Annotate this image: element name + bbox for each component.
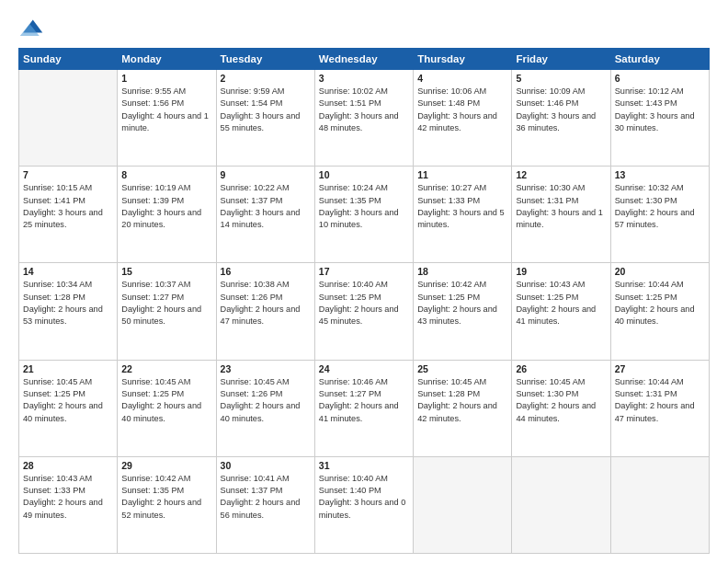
- calendar-cell: 11 Sunrise: 10:27 AM Sunset: 1:33 PM Day…: [414, 167, 512, 263]
- day-number: 5: [516, 73, 606, 84]
- sunset-label: Sunset: 1:46 PM: [516, 98, 578, 108]
- day-info: Sunrise: 10:43 AM Sunset: 1:25 PM Daylig…: [516, 279, 606, 327]
- sunrise-label: Sunrise: 10:43 AM: [23, 474, 92, 483]
- calendar-cell: 8 Sunrise: 10:19 AM Sunset: 1:39 PM Dayl…: [118, 167, 216, 263]
- sunset-label: Sunset: 1:37 PM: [221, 486, 283, 495]
- day-number: 27: [615, 363, 705, 374]
- weekday-header-row: SundayMondayTuesdayWednesdayThursdayFrid…: [19, 49, 710, 70]
- day-info: Sunrise: 10:02 AM Sunset: 1:51 PM Daylig…: [319, 86, 409, 134]
- day-info: Sunrise: 10:32 AM Sunset: 1:30 PM Daylig…: [615, 182, 705, 231]
- calendar-cell: 6 Sunrise: 10:12 AM Sunset: 1:43 PM Dayl…: [610, 70, 709, 167]
- day-number: 22: [121, 363, 211, 374]
- daylight-label: Daylight: 3 hours and 25 minutes.: [23, 208, 103, 229]
- calendar-cell: 16 Sunrise: 10:38 AM Sunset: 1:26 PM Day…: [216, 263, 314, 360]
- sunset-label: Sunset: 1:56 PM: [121, 98, 184, 108]
- day-number: 31: [319, 460, 409, 471]
- calendar-cell: 29 Sunrise: 10:42 AM Sunset: 1:35 PM Day…: [118, 456, 216, 553]
- calendar-cell: 9 Sunrise: 10:22 AM Sunset: 1:37 PM Dayl…: [216, 167, 314, 263]
- sunrise-label: Sunrise: 9:55 AM: [121, 86, 186, 96]
- weekday-header-sunday: Sunday: [19, 49, 118, 70]
- sunset-label: Sunset: 1:25 PM: [121, 389, 184, 398]
- day-info: Sunrise: 10:24 AM Sunset: 1:35 PM Daylig…: [319, 182, 409, 231]
- day-info: Sunrise: 10:19 AM Sunset: 1:39 PM Daylig…: [121, 182, 211, 231]
- day-info: Sunrise: 10:15 AM Sunset: 1:41 PM Daylig…: [23, 182, 113, 231]
- day-info: Sunrise: 10:45 AM Sunset: 1:28 PM Daylig…: [417, 376, 507, 425]
- calendar-cell: 31 Sunrise: 10:40 AM Sunset: 1:40 PM Day…: [314, 456, 413, 553]
- calendar-cell: 17 Sunrise: 10:40 AM Sunset: 1:25 PM Day…: [314, 263, 413, 360]
- day-number: 12: [516, 169, 606, 180]
- weekday-header-friday: Friday: [512, 49, 610, 70]
- day-info: Sunrise: 10:42 AM Sunset: 1:35 PM Daylig…: [121, 473, 211, 522]
- day-number: 30: [221, 460, 311, 471]
- sunrise-label: Sunrise: 10:45 AM: [23, 377, 92, 386]
- daylight-label: Daylight: 2 hours and 40 minutes.: [23, 401, 103, 422]
- calendar-cell: 14 Sunrise: 10:34 AM Sunset: 1:28 PM Day…: [19, 263, 118, 360]
- daylight-label: Daylight: 3 hours and 5 minutes.: [417, 208, 505, 229]
- week-row-4: 28 Sunrise: 10:43 AM Sunset: 1:33 PM Day…: [19, 456, 710, 553]
- day-number: 29: [121, 460, 211, 471]
- calendar-cell: 27 Sunrise: 10:44 AM Sunset: 1:31 PM Day…: [610, 360, 709, 456]
- day-number: 19: [516, 266, 606, 277]
- daylight-label: Daylight: 2 hours and 53 minutes.: [23, 304, 103, 326]
- weekday-header-monday: Monday: [118, 49, 216, 70]
- daylight-label: Daylight: 2 hours and 56 minutes.: [221, 498, 301, 519]
- week-row-0: 1 Sunrise: 9:55 AM Sunset: 1:56 PM Dayli…: [19, 70, 710, 167]
- day-number: 18: [417, 266, 507, 277]
- sunrise-label: Sunrise: 9:59 AM: [221, 86, 285, 96]
- daylight-label: Daylight: 2 hours and 45 minutes.: [319, 304, 399, 326]
- daylight-label: Daylight: 2 hours and 42 minutes.: [417, 401, 497, 422]
- day-number: 21: [23, 363, 113, 374]
- daylight-label: Daylight: 2 hours and 50 minutes.: [121, 304, 201, 326]
- sunrise-label: Sunrise: 10:45 AM: [516, 377, 585, 386]
- sunset-label: Sunset: 1:37 PM: [221, 196, 283, 205]
- sunset-label: Sunset: 1:48 PM: [417, 98, 480, 108]
- daylight-label: Daylight: 2 hours and 44 minutes.: [516, 401, 596, 422]
- week-row-2: 14 Sunrise: 10:34 AM Sunset: 1:28 PM Day…: [19, 263, 710, 360]
- calendar-cell: 26 Sunrise: 10:45 AM Sunset: 1:30 PM Day…: [512, 360, 610, 456]
- day-number: 4: [417, 73, 507, 84]
- sunset-label: Sunset: 1:25 PM: [319, 293, 381, 302]
- calendar-cell: 7 Sunrise: 10:15 AM Sunset: 1:41 PM Dayl…: [19, 167, 118, 263]
- daylight-label: Daylight: 2 hours and 40 minutes.: [221, 401, 301, 422]
- sunrise-label: Sunrise: 10:42 AM: [417, 280, 486, 289]
- daylight-label: Daylight: 3 hours and 42 minutes.: [417, 111, 497, 132]
- sunrise-label: Sunrise: 10:09 AM: [516, 86, 585, 96]
- day-number: 24: [319, 363, 409, 374]
- day-number: 2: [221, 73, 311, 84]
- calendar-cell: 28 Sunrise: 10:43 AM Sunset: 1:33 PM Day…: [19, 456, 118, 553]
- sunrise-label: Sunrise: 10:46 AM: [319, 377, 388, 386]
- day-info: Sunrise: 10:30 AM Sunset: 1:31 PM Daylig…: [516, 182, 606, 231]
- sunrise-label: Sunrise: 10:45 AM: [121, 377, 190, 386]
- day-number: 8: [121, 169, 211, 180]
- sunset-label: Sunset: 1:27 PM: [121, 293, 184, 302]
- sunrise-label: Sunrise: 10:40 AM: [319, 474, 388, 483]
- day-info: Sunrise: 10:06 AM Sunset: 1:48 PM Daylig…: [417, 86, 507, 134]
- sunset-label: Sunset: 1:31 PM: [516, 196, 578, 205]
- day-info: Sunrise: 9:55 AM Sunset: 1:56 PM Dayligh…: [121, 86, 211, 134]
- sunset-label: Sunset: 1:28 PM: [417, 389, 480, 398]
- week-row-3: 21 Sunrise: 10:45 AM Sunset: 1:25 PM Day…: [19, 360, 710, 456]
- sunset-label: Sunset: 1:35 PM: [121, 486, 184, 495]
- day-info: Sunrise: 10:41 AM Sunset: 1:37 PM Daylig…: [221, 473, 311, 522]
- page: SundayMondayTuesdayWednesdayThursdayFrid…: [0, 0, 728, 563]
- calendar-cell: 1 Sunrise: 9:55 AM Sunset: 1:56 PM Dayli…: [118, 70, 216, 167]
- sunrise-label: Sunrise: 10:19 AM: [121, 183, 190, 192]
- calendar-cell: 20 Sunrise: 10:44 AM Sunset: 1:25 PM Day…: [610, 263, 709, 360]
- daylight-label: Daylight: 2 hours and 57 minutes.: [615, 208, 695, 229]
- day-info: Sunrise: 10:38 AM Sunset: 1:26 PM Daylig…: [221, 279, 311, 327]
- day-info: Sunrise: 10:46 AM Sunset: 1:27 PM Daylig…: [319, 376, 409, 425]
- day-number: 26: [516, 363, 606, 374]
- day-info: Sunrise: 10:12 AM Sunset: 1:43 PM Daylig…: [615, 86, 705, 134]
- sunrise-label: Sunrise: 10:24 AM: [319, 183, 388, 192]
- day-info: Sunrise: 9:59 AM Sunset: 1:54 PM Dayligh…: [221, 86, 311, 134]
- daylight-label: Daylight: 2 hours and 47 minutes.: [221, 304, 301, 326]
- sunrise-label: Sunrise: 10:06 AM: [417, 86, 486, 96]
- calendar-cell: 15 Sunrise: 10:37 AM Sunset: 1:27 PM Day…: [118, 263, 216, 360]
- day-info: Sunrise: 10:45 AM Sunset: 1:25 PM Daylig…: [121, 376, 211, 425]
- day-number: 9: [221, 169, 311, 180]
- day-number: 1: [121, 73, 211, 84]
- sunset-label: Sunset: 1:25 PM: [23, 389, 85, 398]
- daylight-label: Daylight: 3 hours and 14 minutes.: [221, 208, 301, 229]
- calendar: SundayMondayTuesdayWednesdayThursdayFrid…: [18, 48, 710, 554]
- day-number: 13: [615, 169, 705, 180]
